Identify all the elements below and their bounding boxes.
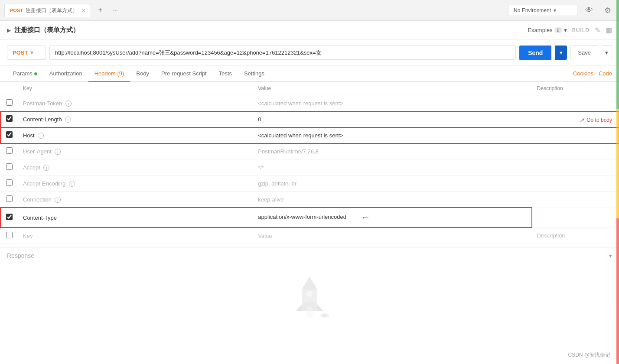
layout-icon[interactable]: ▦: [606, 26, 612, 34]
table-row: Accept i */*: [0, 159, 619, 176]
tabs-right-links: Cookies Code: [573, 70, 612, 77]
row-value-cell: <calculated when request is sent>: [253, 127, 531, 143]
url-bar: POST ▾ Send ▾ Save ▾: [0, 40, 619, 66]
request-tabs-bar: Params Authorization Headers (9) Body Pr…: [0, 66, 619, 82]
row-key-cell: Accept i: [18, 159, 253, 176]
info-icon[interactable]: i: [55, 197, 61, 203]
row-checkbox-cell[interactable]: [0, 143, 18, 159]
table-row: Accept-Encoding i gzip, deflate, br: [0, 176, 619, 192]
row-checkbox[interactable]: [6, 131, 13, 138]
svg-point-9: [323, 314, 326, 317]
response-chevron-icon[interactable]: ▾: [609, 253, 612, 259]
arrow-annotation: ←: [361, 212, 371, 223]
table-row: Content-Length i 0: [0, 111, 619, 127]
row-checkbox[interactable]: [6, 163, 13, 170]
examples-btn[interactable]: Examples 0 ▾: [528, 27, 567, 33]
request-name-title: 注册接口（表单方式）: [14, 26, 79, 34]
tab-authorization[interactable]: Authorization: [43, 66, 88, 82]
tab-tests[interactable]: Tests: [213, 66, 238, 82]
url-input[interactable]: [49, 46, 516, 60]
row-key-cell: Content-Length i: [18, 111, 253, 127]
info-icon[interactable]: i: [43, 165, 49, 171]
row-key-placeholder[interactable]: Key: [18, 228, 253, 244]
tab-params[interactable]: Params: [7, 66, 43, 82]
environment-selector[interactable]: No Environment ▾: [508, 5, 577, 16]
row-checkbox[interactable]: [6, 195, 13, 202]
row-value-cell: <calculated when request is sent>: [253, 95, 531, 111]
row-value-placeholder[interactable]: Value: [253, 228, 531, 244]
row-key-cell: User-Agent i: [18, 143, 253, 159]
row-checkbox-cell[interactable]: [0, 192, 18, 208]
build-btn[interactable]: BUILD: [572, 27, 590, 33]
response-label: Response: [7, 252, 34, 259]
row-checkbox[interactable]: [6, 99, 13, 106]
new-row[interactable]: Key Value Description: [0, 228, 619, 244]
tab-headers[interactable]: Headers (9): [88, 66, 130, 82]
col-description: Description: [532, 82, 619, 95]
more-tabs-btn[interactable]: ···: [110, 5, 121, 15]
rocket-illustration: [283, 272, 336, 333]
row-checkbox[interactable]: [6, 214, 13, 220]
save-button[interactable]: Save: [570, 45, 598, 60]
row-checkbox-cell[interactable]: [0, 159, 18, 176]
svg-point-6: [306, 306, 313, 318]
row-value-cell: 0: [253, 111, 531, 127]
row-checkbox-cell[interactable]: [0, 176, 18, 192]
row-checkbox[interactable]: [6, 232, 13, 238]
row-key-cell: Postman-Token i: [18, 95, 253, 111]
info-icon[interactable]: i: [65, 101, 72, 107]
svg-point-5: [306, 290, 313, 297]
row-checkbox[interactable]: [6, 115, 13, 122]
examples-chevron-icon: ▾: [564, 27, 567, 33]
info-icon[interactable]: i: [38, 133, 44, 139]
content-area: Key Value Description Postman-Token i <c…: [0, 82, 619, 361]
watermark: CSDN @安忧杂记: [568, 351, 610, 359]
row-key-cell: Content-Type: [18, 208, 253, 228]
row-checkbox[interactable]: [6, 179, 13, 186]
row-desc-cell: [532, 95, 619, 111]
row-checkbox[interactable]: [6, 147, 13, 154]
method-selector[interactable]: POST ▾: [7, 46, 46, 60]
scrollbar-indicator: [616, 0, 619, 364]
row-checkbox-cell[interactable]: [0, 127, 18, 143]
send-button[interactable]: Send: [519, 46, 551, 60]
row-checkbox-cell[interactable]: [0, 111, 18, 127]
info-icon[interactable]: i: [69, 181, 75, 187]
expand-arrow-icon[interactable]: ▶: [7, 27, 11, 33]
row-value-cell: */*: [253, 159, 531, 176]
edit-icon[interactable]: ✎: [595, 26, 600, 34]
add-tab-btn[interactable]: +: [94, 4, 106, 16]
env-label: No Environment: [514, 7, 551, 13]
table-row: User-Agent i PostmanRuntime/7.26.8: [0, 143, 619, 159]
env-chevron-icon: ▾: [554, 7, 556, 13]
external-link-icon: ↗: [580, 117, 585, 124]
svg-marker-4: [317, 305, 323, 311]
row-checkbox-cell[interactable]: [0, 228, 18, 244]
tab-settings[interactable]: Settings: [238, 66, 270, 82]
go-to-body-link[interactable]: ↗ Go to body: [580, 117, 612, 124]
eye-icon-btn[interactable]: 👁: [582, 4, 596, 16]
tab-close-btn[interactable]: ×: [82, 7, 85, 14]
row-key-cell: Accept-Encoding i: [18, 176, 253, 192]
row-checkbox-cell[interactable]: [0, 208, 18, 228]
row-checkbox-cell[interactable]: [0, 95, 18, 111]
row-desc-cell: [532, 192, 619, 208]
row-desc-cell: [532, 176, 619, 192]
tab-body[interactable]: Body: [130, 66, 155, 82]
send-dropdown-btn[interactable]: ▾: [555, 46, 567, 60]
info-icon[interactable]: i: [55, 149, 61, 155]
response-empty-area: [0, 263, 619, 341]
save-dropdown-btn[interactable]: ▾: [602, 45, 612, 60]
method-chevron-icon: ▾: [30, 49, 33, 56]
request-tab[interactable]: POST 注册接口（表单方式） ×: [4, 4, 91, 17]
tab-method: POST: [10, 8, 23, 13]
tab-pre-request-script[interactable]: Pre-request Script: [155, 66, 213, 82]
settings-icon-btn[interactable]: ⚙: [601, 4, 615, 17]
info-icon[interactable]: i: [65, 117, 71, 123]
row-desc-placeholder[interactable]: Description: [532, 228, 619, 244]
row-desc-cell: [532, 159, 619, 176]
cookies-link[interactable]: Cookies: [573, 70, 593, 77]
code-link[interactable]: Code: [599, 70, 612, 77]
svg-marker-1: [302, 276, 317, 289]
method-label: POST: [13, 49, 28, 56]
